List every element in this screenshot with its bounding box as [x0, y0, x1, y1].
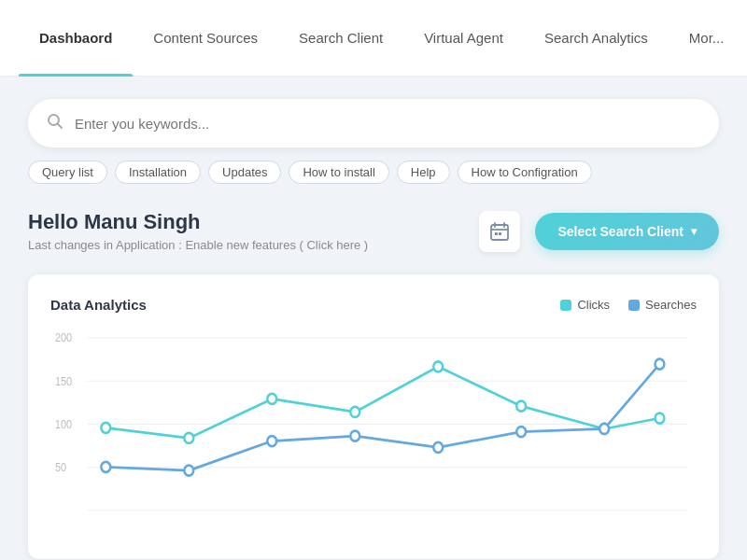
main-content: Query list Installation Updates How to i…	[0, 77, 747, 560]
svg-point-29	[433, 442, 443, 453]
svg-point-31	[599, 424, 609, 434]
nav-content-sources[interactable]: Content Sources	[133, 0, 278, 77]
chart-area: 200 150 100 50	[50, 328, 697, 537]
clicks-dot	[560, 300, 571, 311]
svg-text:200: 200	[55, 332, 72, 344]
chart-card: Data Analytics Clicks Searches	[28, 274, 719, 559]
chip-list: Query list Installation Updates How to i…	[28, 161, 719, 184]
chip-help[interactable]: Help	[397, 161, 450, 184]
chevron-down-icon: ▾	[691, 225, 697, 238]
chart-header: Data Analytics Clicks Searches	[50, 297, 697, 313]
hello-section: Hello Manu Singh Last changes in Applica…	[28, 210, 719, 252]
svg-point-20	[350, 407, 359, 417]
nav-dashboard[interactable]: Dashbaord	[19, 0, 133, 77]
svg-rect-7	[499, 232, 501, 235]
svg-point-32	[655, 359, 665, 370]
search-bar	[28, 99, 719, 147]
svg-point-21	[433, 361, 443, 371]
svg-point-27	[267, 436, 276, 446]
svg-point-25	[101, 462, 110, 472]
svg-point-24	[655, 413, 665, 424]
search-input[interactable]	[75, 116, 700, 132]
calendar-button[interactable]	[479, 211, 520, 252]
navbar: Dashbaord Content Sources Search Client …	[0, 0, 747, 77]
svg-text:150: 150	[55, 375, 72, 387]
chip-updates[interactable]: Updates	[208, 161, 281, 184]
chip-how-to-install[interactable]: How to install	[289, 161, 388, 184]
select-search-client-button[interactable]: Select Search Client ▾	[535, 213, 719, 250]
svg-point-30	[516, 427, 526, 437]
svg-rect-6	[495, 232, 498, 235]
chip-how-to-config[interactable]: How to Configration	[458, 161, 592, 184]
nav-more[interactable]: Mor...	[669, 0, 745, 77]
svg-line-1	[58, 123, 63, 128]
svg-point-19	[267, 394, 276, 404]
chart-legend: Clicks Searches	[560, 298, 697, 312]
legend-clicks: Clicks	[560, 298, 610, 312]
subtext: Last changes in Application : Enable new…	[28, 238, 368, 252]
hello-actions: Select Search Client ▾	[479, 211, 719, 252]
chart-title: Data Analytics	[50, 297, 147, 313]
svg-text:100: 100	[55, 418, 72, 430]
line-chart: 200 150 100 50	[50, 328, 697, 533]
svg-point-17	[101, 423, 110, 433]
svg-point-28	[350, 431, 359, 441]
hello-text: Hello Manu Singh Last changes in Applica…	[28, 210, 368, 252]
chip-query-list[interactable]: Query list	[28, 161, 107, 184]
nav-virtual-agent[interactable]: Virtual Agent	[403, 0, 524, 77]
legend-searches: Searches	[628, 298, 697, 312]
greeting-text: Hello Manu Singh	[28, 210, 368, 234]
svg-point-22	[516, 401, 526, 412]
svg-text:50: 50	[55, 461, 66, 473]
search-icon	[47, 113, 63, 134]
nav-search-client[interactable]: Search Client	[278, 0, 403, 77]
svg-point-26	[184, 466, 193, 476]
svg-point-18	[184, 433, 193, 443]
searches-dot	[628, 300, 640, 311]
chip-installation[interactable]: Installation	[115, 161, 201, 184]
nav-search-analytics[interactable]: Search Analytics	[524, 0, 669, 77]
